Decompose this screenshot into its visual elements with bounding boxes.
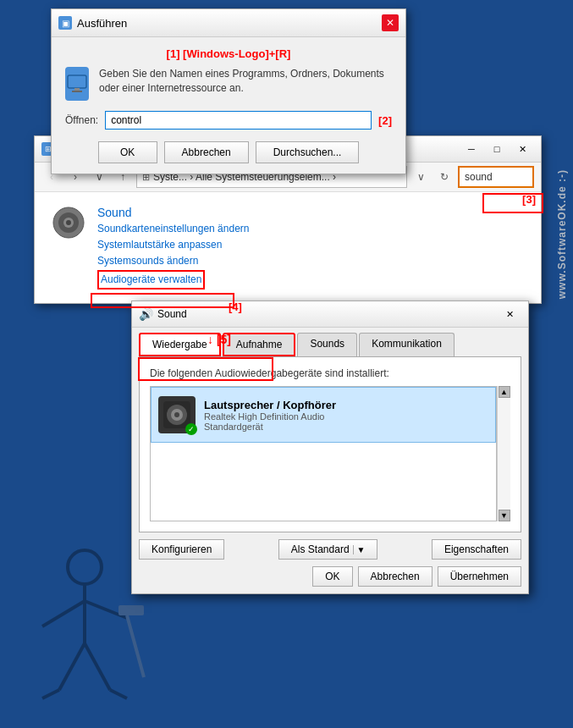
svg-point-17 bbox=[66, 220, 71, 225]
svg-line-6 bbox=[59, 643, 85, 690]
devices-label: Die folgenden Audiowiedergabegeräte sind… bbox=[150, 367, 510, 379]
sound-item-details: Sound Soundkarteneinstellungen ändern Sy… bbox=[97, 206, 249, 290]
ok-button[interactable]: OK bbox=[98, 141, 157, 163]
tab-aufnahme[interactable]: Aufnahme bbox=[223, 333, 296, 356]
svg-rect-4 bbox=[118, 605, 144, 615]
step5-annotation: ↓ [5] bbox=[207, 333, 231, 346]
run-header-row: Geben Sie den Namen eines Programms, Ord… bbox=[65, 67, 392, 101]
default-button[interactable]: Als Standard ▼ bbox=[278, 539, 378, 560]
sound-dialog-titlebar: 🔊 Sound ✕ bbox=[132, 301, 528, 328]
run-title-icon: ▣ bbox=[58, 16, 72, 30]
run-app-icon bbox=[65, 67, 89, 101]
configure-button[interactable]: Konfigurieren bbox=[139, 539, 224, 560]
tab-kommunikation[interactable]: Kommunikation bbox=[359, 333, 455, 356]
run-buttons: OK Abbrechen Durchsuchen... bbox=[65, 141, 392, 163]
open-row: Öffnen: [2] bbox=[65, 111, 392, 130]
open-input[interactable] bbox=[105, 111, 372, 130]
run-description: Geben Sie den Namen eines Programms, Ord… bbox=[99, 67, 392, 96]
svg-line-2 bbox=[42, 601, 85, 626]
maximize-button[interactable]: □ bbox=[485, 141, 509, 157]
tab-sounds[interactable]: Sounds bbox=[297, 333, 357, 356]
svg-rect-12 bbox=[74, 88, 80, 91]
sound-dialog-footer: Konfigurieren Als Standard ▼ Eigenschaft… bbox=[132, 532, 528, 593]
run-dialog: ▣ Ausführen ✕ [1] [Windows-Logo]+[R] Geb… bbox=[51, 8, 406, 174]
sound-link-3[interactable]: Systemsounds ändern bbox=[97, 253, 249, 269]
default-check: ✓ bbox=[185, 423, 197, 435]
default-group: Als Standard ▼ bbox=[278, 539, 378, 560]
cancel-button[interactable]: Abbrechen bbox=[164, 141, 249, 163]
run-body: [1] [Windows-Logo]+[R] Geben Sie den Nam… bbox=[52, 37, 405, 174]
sound-link-2[interactable]: Systemlautstärke anpassen bbox=[97, 237, 249, 253]
browse-button[interactable]: Durchsuchen... bbox=[256, 141, 360, 163]
step2-label: [2] bbox=[378, 114, 392, 127]
scrollbar[interactable]: ▲ ▼ bbox=[497, 386, 510, 521]
sound-item-title: Sound bbox=[97, 206, 249, 219]
default-label: Als Standard bbox=[291, 543, 350, 555]
device-name: Lautsprecher / Kopfhörer bbox=[204, 399, 336, 411]
run-titlebar: ▣ Ausführen ✕ bbox=[52, 9, 405, 37]
svg-line-7 bbox=[85, 643, 110, 690]
svg-line-9 bbox=[110, 690, 127, 698]
device-item-icon: ✓ bbox=[158, 396, 196, 433]
sound-dlg-icon: 🔊 bbox=[139, 307, 152, 321]
device-list: ✓ Lautsprecher / Kopfhörer Realtek High … bbox=[150, 386, 497, 521]
svg-rect-10 bbox=[68, 75, 86, 88]
sound-dialog-body: Die folgenden Audiowiedergabegeräte sind… bbox=[139, 356, 521, 532]
step3-annotation: [3] bbox=[522, 193, 536, 206]
svg-rect-13 bbox=[72, 91, 82, 92]
sound-dialog-close[interactable]: ✕ bbox=[498, 306, 521, 323]
default-arrow[interactable]: ▼ bbox=[353, 545, 366, 554]
minimize-button[interactable]: ─ bbox=[460, 141, 483, 157]
svg-point-21 bbox=[174, 412, 179, 417]
run-title-text: Ausführen bbox=[77, 17, 127, 30]
step3-label: [3] bbox=[522, 193, 536, 206]
monitor-icon bbox=[65, 72, 89, 96]
open-label: Öffnen: bbox=[65, 114, 98, 126]
step5-label: ↓ [5] bbox=[207, 333, 231, 346]
scroll-down[interactable]: ▼ bbox=[499, 510, 510, 521]
sound-item-icon bbox=[52, 206, 85, 240]
scroll-up[interactable]: ▲ bbox=[499, 386, 510, 398]
svg-point-0 bbox=[68, 550, 102, 584]
sound-dialog-title: Sound bbox=[157, 308, 187, 320]
properties-button[interactable]: Eigenschaften bbox=[432, 539, 521, 560]
refresh-button[interactable]: ↻ bbox=[434, 167, 455, 187]
sound-item: Sound Soundkarteneinstellungen ändern Sy… bbox=[52, 206, 524, 290]
footer-row1: Konfigurieren Als Standard ▼ Eigenschaft… bbox=[139, 539, 521, 560]
sound-dialog-tabs: Wiedergabe Aufnahme Sounds Kommunikation bbox=[132, 328, 528, 356]
dropdown-button[interactable]: ∨ bbox=[410, 167, 431, 187]
device-list-container: ✓ Lautsprecher / Kopfhörer Realtek High … bbox=[150, 386, 510, 521]
step4-label: [4] bbox=[229, 301, 242, 313]
svg-line-5 bbox=[127, 615, 144, 677]
svg-line-8 bbox=[42, 690, 59, 698]
step4-annotation: [4] bbox=[229, 301, 242, 313]
sound-dialog-controls: ✕ bbox=[498, 306, 521, 323]
sound-cancel-button[interactable]: Abbrechen bbox=[358, 566, 433, 587]
search-input[interactable] bbox=[458, 166, 534, 188]
device-default: Standardgerät bbox=[204, 422, 336, 432]
footer-row2: OK Abbrechen Übernehmen bbox=[139, 566, 521, 587]
device-sub: Realtek High Definition Audio bbox=[204, 411, 336, 422]
run-title-left: ▣ Ausführen bbox=[58, 16, 127, 30]
website-text: www.SoftwareOK.de :-) bbox=[556, 169, 568, 299]
sound-link-1[interactable]: Soundkarteneinstellungen ändern bbox=[97, 221, 249, 237]
sound-link-4[interactable]: Audiogeräte verwalten bbox=[97, 270, 205, 290]
sound-dialog: 🔊 Sound ✕ Wiedergabe Aufnahme Sounds Kom… bbox=[131, 301, 529, 594]
device-item[interactable]: ✓ Lautsprecher / Kopfhörer Realtek High … bbox=[151, 387, 496, 443]
run-close-button[interactable]: ✕ bbox=[382, 14, 399, 31]
cp-content: Sound Soundkarteneinstellungen ändern Sy… bbox=[35, 192, 541, 303]
device-details: Lautsprecher / Kopfhörer Realtek High De… bbox=[204, 399, 336, 432]
sound-dialog-title-left: 🔊 Sound bbox=[139, 307, 187, 321]
speaker-large-icon bbox=[52, 206, 85, 240]
sound-apply-button[interactable]: Übernehmen bbox=[438, 566, 521, 587]
cp-window-controls: ─ □ ✕ bbox=[460, 141, 534, 157]
cp-close-button[interactable]: ✕ bbox=[510, 141, 534, 157]
sound-ok-button[interactable]: OK bbox=[312, 566, 352, 587]
shortcut-label: [1] [Windows-Logo]+[R] bbox=[65, 47, 392, 60]
